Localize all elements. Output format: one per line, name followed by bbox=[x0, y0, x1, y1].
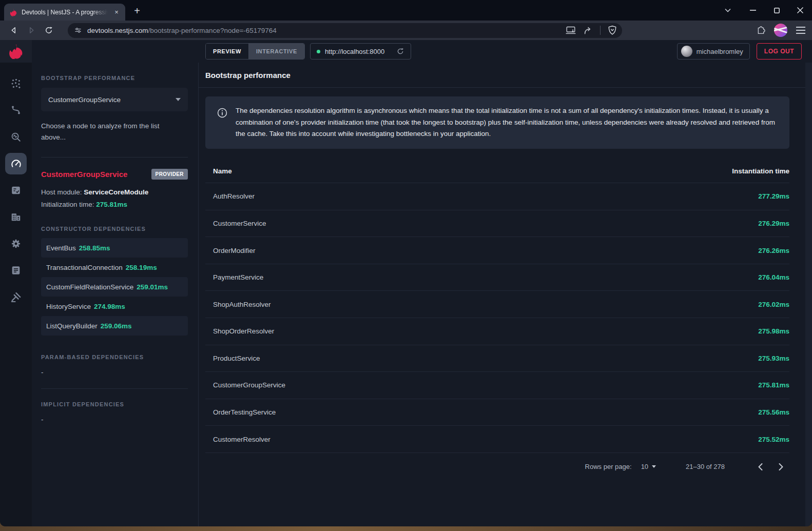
browser-tab[interactable]: Devtools | NestJS - A progressive × bbox=[4, 4, 125, 21]
tab-title: Devtools | NestJS - A progressive bbox=[22, 9, 108, 16]
analysis-panel: BOOTSTRAP PERFORMANCE CustomerGroupServi… bbox=[32, 63, 199, 526]
table-row[interactable]: OrderModifier276.26ms bbox=[205, 237, 789, 264]
column-name: Name bbox=[205, 167, 687, 175]
chevron-down-icon bbox=[176, 98, 181, 101]
sidebar-item-modules[interactable] bbox=[5, 206, 27, 228]
table-row[interactable]: ShopOrderResolver275.98ms bbox=[205, 318, 789, 345]
analyze-search-icon bbox=[10, 131, 22, 143]
previous-page-button[interactable] bbox=[751, 458, 769, 476]
minimize-button[interactable] bbox=[741, 0, 765, 21]
implicit-deps-value: - bbox=[41, 416, 188, 423]
interactive-tab[interactable]: INTERACTIVE bbox=[249, 44, 304, 59]
share-icon[interactable] bbox=[583, 26, 593, 35]
browser-toolbar: devtools.nestjs.com/bootstrap-performanc… bbox=[0, 21, 812, 40]
next-page-button[interactable] bbox=[772, 458, 789, 476]
tab-search-icon[interactable] bbox=[718, 0, 738, 21]
dependency-item[interactable]: EventBus258.85ms bbox=[41, 238, 188, 258]
username: michaelbromley bbox=[697, 48, 743, 55]
sidebar-item-sandbox[interactable] bbox=[5, 126, 27, 148]
forward-button[interactable] bbox=[24, 23, 39, 38]
preview-tab[interactable]: PREVIEW bbox=[206, 44, 249, 59]
init-time-row: Initialization time: 275.81ms bbox=[41, 201, 188, 208]
target-url: http://localhost:8000 bbox=[325, 48, 384, 55]
nestjs-logo-icon bbox=[8, 44, 24, 59]
table-row[interactable]: ShopAuthResolver276.02ms bbox=[205, 291, 789, 318]
table-row[interactable]: ProductService275.93ms bbox=[205, 345, 789, 372]
table-row[interactable]: PaymentService276.04ms bbox=[205, 264, 789, 291]
param-deps-value: - bbox=[41, 368, 188, 376]
speedometer-icon bbox=[10, 158, 22, 170]
constructor-deps-title: CONSTRUCTOR DEPENDENCIES bbox=[41, 226, 188, 232]
extensions-icon[interactable] bbox=[756, 26, 766, 35]
rows-per-page-select[interactable]: 10 bbox=[641, 463, 656, 470]
table-row[interactable]: OrderTestingService275.56ms bbox=[205, 399, 789, 426]
rows-per-page-label: Rows per page: bbox=[585, 463, 632, 470]
browser-profile-avatar[interactable] bbox=[774, 24, 787, 37]
host-module-row: Host module: ServiceCoreModule bbox=[41, 188, 188, 196]
close-window-button[interactable] bbox=[788, 0, 812, 21]
select-hint: Choose a node to analyze from the list a… bbox=[41, 121, 169, 143]
send-to-device-icon[interactable] bbox=[566, 26, 576, 35]
host-module-value: ServiceCoreModule bbox=[84, 188, 148, 196]
info-banner: The dependencies resolution algorithm is… bbox=[205, 96, 789, 149]
panel-title: BOOTSTRAP PERFORMANCE bbox=[41, 75, 188, 81]
refresh-icon[interactable] bbox=[396, 47, 404, 55]
tab-close-icon[interactable]: × bbox=[112, 8, 121, 17]
sidebar-item-graph[interactable] bbox=[5, 73, 27, 94]
param-deps-title: PARAM-BASED DEPENDENCIES bbox=[41, 354, 188, 360]
dependency-item[interactable]: HistoryService274.98ms bbox=[41, 297, 188, 316]
brave-shield-icon[interactable] bbox=[608, 25, 617, 35]
sidebar-item-settings[interactable] bbox=[5, 233, 27, 254]
user-avatar bbox=[681, 46, 692, 57]
app-logo[interactable] bbox=[0, 40, 32, 63]
node-select-value: CustomerGroupService bbox=[48, 96, 121, 104]
provider-badge: PROVIDER bbox=[151, 169, 188, 180]
sidebar-item-routes[interactable] bbox=[5, 100, 27, 121]
site-settings-icon[interactable] bbox=[74, 26, 82, 34]
target-url-chip[interactable]: http://localhost:8000 bbox=[310, 43, 411, 60]
address-bar[interactable]: devtools.nestjs.com/bootstrap-performanc… bbox=[68, 23, 622, 38]
maximize-button[interactable] bbox=[765, 0, 788, 21]
divider bbox=[199, 87, 812, 88]
table-header: Name Instantiation time bbox=[205, 160, 789, 183]
sidebar-item-bootstrap-performance[interactable] bbox=[5, 153, 27, 174]
url-text[interactable]: devtools.nestjs.com/bootstrap-performanc… bbox=[87, 27, 560, 34]
routes-icon bbox=[10, 105, 22, 116]
table-row[interactable]: AuthResolver277.29ms bbox=[205, 183, 789, 210]
scrollbar-track[interactable] bbox=[805, 63, 812, 526]
logout-button[interactable]: LOG OUT bbox=[757, 43, 802, 60]
table-row[interactable]: CustomerService276.29ms bbox=[205, 210, 789, 238]
divider bbox=[41, 157, 188, 158]
dependency-item[interactable]: CustomFieldRelationService259.01ms bbox=[41, 277, 188, 297]
pagination-range: 21–30 of 278 bbox=[686, 463, 725, 470]
buildings-icon bbox=[10, 211, 22, 223]
sidebar-item-gavel[interactable] bbox=[5, 286, 27, 308]
nestjs-favicon-icon bbox=[9, 8, 17, 16]
dependency-item[interactable]: TransactionalConnection258.19ms bbox=[41, 258, 188, 277]
sidebar-item-docs[interactable] bbox=[5, 260, 27, 281]
selected-node-name: CustomerGroupService bbox=[41, 170, 127, 179]
table-row[interactable]: CustomerGroupService275.81ms bbox=[205, 372, 789, 399]
info-text: The dependencies resolution algorithm is… bbox=[236, 105, 778, 140]
table-pagination: Rows per page: 10 21–30 of 278 bbox=[205, 453, 789, 481]
table-row[interactable]: CustomerResolver275.52ms bbox=[205, 426, 789, 453]
user-chip[interactable]: michaelbromley bbox=[677, 43, 750, 60]
dependency-item[interactable]: ListQueryBuilder259.06ms bbox=[41, 316, 188, 336]
new-tab-button[interactable]: + bbox=[129, 3, 145, 18]
divider bbox=[41, 388, 188, 389]
column-instantiation-time: Instantiation time bbox=[687, 167, 789, 175]
gear-icon bbox=[10, 238, 22, 249]
main-content: Bootstrap performance The dependencies r… bbox=[199, 63, 812, 526]
info-icon bbox=[217, 107, 228, 119]
app-sidebar-rail bbox=[0, 40, 32, 526]
browser-menu-icon[interactable] bbox=[796, 26, 806, 34]
sidebar-item-audit[interactable] bbox=[5, 180, 27, 201]
window-controls bbox=[718, 0, 812, 21]
checklist-icon bbox=[10, 185, 22, 196]
reload-button[interactable] bbox=[41, 23, 56, 38]
constructor-deps-list: EventBus258.85ms TransactionalConnection… bbox=[41, 238, 188, 336]
gavel-icon bbox=[10, 291, 22, 303]
back-button[interactable] bbox=[6, 23, 22, 38]
mode-toggle: PREVIEW INTERACTIVE bbox=[205, 43, 305, 60]
node-select[interactable]: CustomerGroupService bbox=[41, 88, 188, 111]
